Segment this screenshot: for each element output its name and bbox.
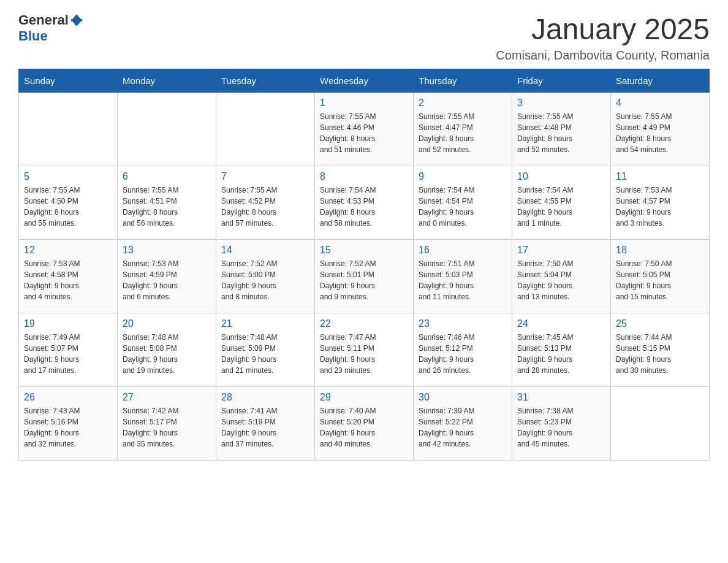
day-info: Sunrise: 7:53 AM Sunset: 4:58 PM Dayligh… [24,258,112,302]
calendar-day-cell [216,93,315,166]
calendar-day-cell: 24Sunrise: 7:45 AM Sunset: 5:13 PM Dayli… [512,313,611,387]
day-info: Sunrise: 7:54 AM Sunset: 4:53 PM Dayligh… [320,185,408,229]
day-info: Sunrise: 7:43 AM Sunset: 5:16 PM Dayligh… [24,405,112,450]
calendar-day-cell: 18Sunrise: 7:50 AM Sunset: 5:05 PM Dayli… [611,240,710,313]
day-number: 28 [221,392,309,403]
calendar-day-cell: 31Sunrise: 7:38 AM Sunset: 5:23 PM Dayli… [512,387,611,461]
day-of-week-header: Sunday [19,69,118,93]
day-info: Sunrise: 7:55 AM Sunset: 4:46 PM Dayligh… [320,111,408,155]
day-number: 6 [123,171,211,182]
day-info: Sunrise: 7:52 AM Sunset: 5:00 PM Dayligh… [221,258,309,302]
day-of-week-header: Tuesday [216,69,315,93]
day-number: 21 [221,318,309,329]
day-info: Sunrise: 7:41 AM Sunset: 5:19 PM Dayligh… [221,405,309,450]
day-of-week-header: Saturday [611,69,710,93]
day-number: 4 [616,98,704,109]
calendar-day-cell: 28Sunrise: 7:41 AM Sunset: 5:19 PM Dayli… [216,387,315,461]
day-info: Sunrise: 7:52 AM Sunset: 5:01 PM Dayligh… [320,258,408,302]
day-info: Sunrise: 7:51 AM Sunset: 5:03 PM Dayligh… [419,258,507,302]
calendar-day-cell [611,387,710,461]
day-number: 19 [24,318,112,329]
calendar-day-cell: 9Sunrise: 7:54 AM Sunset: 4:54 PM Daylig… [414,166,512,240]
calendar-day-cell: 8Sunrise: 7:54 AM Sunset: 4:53 PM Daylig… [315,166,414,240]
day-number: 9 [419,171,507,182]
day-number: 12 [24,245,112,256]
calendar-week-row: 19Sunrise: 7:49 AM Sunset: 5:07 PM Dayli… [19,313,710,387]
calendar-day-cell: 12Sunrise: 7:53 AM Sunset: 4:58 PM Dayli… [19,240,118,313]
day-number: 8 [320,171,408,182]
day-info: Sunrise: 7:44 AM Sunset: 5:15 PM Dayligh… [616,332,704,376]
day-number: 17 [517,245,605,256]
day-number: 7 [221,171,309,182]
logo-general-text: General [18,12,69,28]
day-info: Sunrise: 7:39 AM Sunset: 5:22 PM Dayligh… [419,405,507,450]
day-number: 13 [123,245,211,256]
day-number: 24 [517,318,605,329]
day-info: Sunrise: 7:38 AM Sunset: 5:23 PM Dayligh… [517,405,605,450]
day-number: 31 [517,392,605,403]
day-number: 16 [419,245,507,256]
calendar-day-cell [118,93,216,166]
day-of-week-header: Wednesday [315,69,414,93]
day-info: Sunrise: 7:55 AM Sunset: 4:47 PM Dayligh… [419,111,507,155]
day-of-week-header: Thursday [414,69,512,93]
calendar-day-cell: 7Sunrise: 7:55 AM Sunset: 4:52 PM Daylig… [216,166,315,240]
calendar-day-cell: 13Sunrise: 7:53 AM Sunset: 4:59 PM Dayli… [118,240,216,313]
calendar-day-cell: 26Sunrise: 7:43 AM Sunset: 5:16 PM Dayli… [19,387,118,461]
calendar-week-row: 12Sunrise: 7:53 AM Sunset: 4:58 PM Dayli… [19,240,710,313]
calendar-day-cell: 3Sunrise: 7:55 AM Sunset: 4:48 PM Daylig… [512,93,611,166]
day-number: 18 [616,245,704,256]
calendar-day-cell: 4Sunrise: 7:55 AM Sunset: 4:49 PM Daylig… [611,93,710,166]
calendar-day-cell: 16Sunrise: 7:51 AM Sunset: 5:03 PM Dayli… [414,240,512,313]
day-info: Sunrise: 7:55 AM Sunset: 4:49 PM Dayligh… [616,111,704,155]
day-info: Sunrise: 7:45 AM Sunset: 5:13 PM Dayligh… [517,332,605,376]
location-title: Comisani, Dambovita County, Romania [496,48,710,63]
calendar-day-cell: 14Sunrise: 7:52 AM Sunset: 5:00 PM Dayli… [216,240,315,313]
logo: General Blue [18,12,83,44]
day-of-week-header: Monday [118,69,216,93]
logo-blue-text: Blue [18,28,48,44]
day-number: 23 [419,318,507,329]
day-info: Sunrise: 7:53 AM Sunset: 4:59 PM Dayligh… [123,258,211,302]
day-info: Sunrise: 7:55 AM Sunset: 4:50 PM Dayligh… [24,185,112,229]
calendar-day-cell [19,93,118,166]
day-number: 25 [616,318,704,329]
calendar-day-cell: 22Sunrise: 7:47 AM Sunset: 5:11 PM Dayli… [315,313,414,387]
day-number: 11 [616,171,704,182]
calendar-day-cell: 6Sunrise: 7:55 AM Sunset: 4:51 PM Daylig… [118,166,216,240]
day-of-week-header: Friday [512,69,611,93]
day-info: Sunrise: 7:55 AM Sunset: 4:48 PM Dayligh… [517,111,605,155]
day-number: 26 [24,392,112,403]
day-info: Sunrise: 7:48 AM Sunset: 5:09 PM Dayligh… [221,332,309,376]
day-info: Sunrise: 7:49 AM Sunset: 5:07 PM Dayligh… [24,332,112,376]
day-info: Sunrise: 7:54 AM Sunset: 4:55 PM Dayligh… [517,185,605,229]
day-info: Sunrise: 7:50 AM Sunset: 5:04 PM Dayligh… [517,258,605,302]
day-number: 29 [320,392,408,403]
calendar-week-row: 26Sunrise: 7:43 AM Sunset: 5:16 PM Dayli… [19,387,710,461]
calendar-day-cell: 19Sunrise: 7:49 AM Sunset: 5:07 PM Dayli… [19,313,118,387]
calendar-day-cell: 17Sunrise: 7:50 AM Sunset: 5:04 PM Dayli… [512,240,611,313]
calendar-day-cell: 10Sunrise: 7:54 AM Sunset: 4:55 PM Dayli… [512,166,611,240]
day-info: Sunrise: 7:40 AM Sunset: 5:20 PM Dayligh… [320,405,408,450]
day-info: Sunrise: 7:47 AM Sunset: 5:11 PM Dayligh… [320,332,408,376]
month-title: January 2025 [496,12,710,46]
title-section: January 2025 Comisani, Dambovita County,… [496,12,710,63]
day-info: Sunrise: 7:53 AM Sunset: 4:57 PM Dayligh… [616,185,704,229]
day-info: Sunrise: 7:48 AM Sunset: 5:08 PM Dayligh… [123,332,211,376]
day-number: 10 [517,171,605,182]
calendar-day-cell: 23Sunrise: 7:46 AM Sunset: 5:12 PM Dayli… [414,313,512,387]
calendar-day-cell: 21Sunrise: 7:48 AM Sunset: 5:09 PM Dayli… [216,313,315,387]
calendar-day-cell: 29Sunrise: 7:40 AM Sunset: 5:20 PM Dayli… [315,387,414,461]
calendar-day-cell: 11Sunrise: 7:53 AM Sunset: 4:57 PM Dayli… [611,166,710,240]
day-info: Sunrise: 7:55 AM Sunset: 4:52 PM Dayligh… [221,185,309,229]
day-info: Sunrise: 7:46 AM Sunset: 5:12 PM Dayligh… [419,332,507,376]
day-info: Sunrise: 7:55 AM Sunset: 4:51 PM Dayligh… [123,185,211,229]
day-number: 2 [419,98,507,109]
calendar-day-cell: 15Sunrise: 7:52 AM Sunset: 5:01 PM Dayli… [315,240,414,313]
day-info: Sunrise: 7:54 AM Sunset: 4:54 PM Dayligh… [419,185,507,229]
calendar-day-cell: 25Sunrise: 7:44 AM Sunset: 5:15 PM Dayli… [611,313,710,387]
day-number: 20 [123,318,211,329]
day-number: 15 [320,245,408,256]
calendar-day-cell: 30Sunrise: 7:39 AM Sunset: 5:22 PM Dayli… [414,387,512,461]
calendar-day-cell: 2Sunrise: 7:55 AM Sunset: 4:47 PM Daylig… [414,93,512,166]
